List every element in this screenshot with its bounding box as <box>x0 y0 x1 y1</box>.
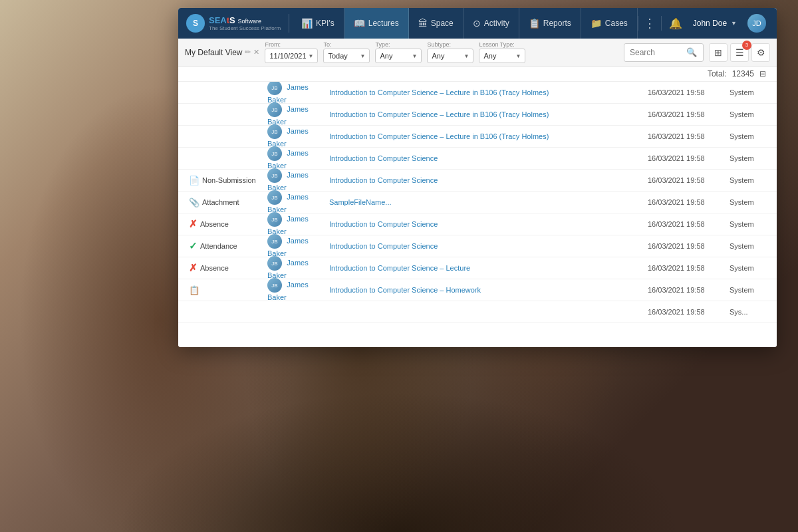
table-row[interactable]: 📋 JB James Baker Introduction to Compute… <box>178 279 777 301</box>
view-name-label: My Default View <box>185 48 242 57</box>
nav-item-activity[interactable]: ⊙ Activity <box>464 8 519 39</box>
view-edit-icon[interactable]: ✏ <box>245 48 251 57</box>
table-row[interactable]: 📎 Attachment JB James Baker SampleFileNa… <box>178 192 777 213</box>
nav-lectures-label: Lectures <box>368 19 399 28</box>
row-date: 16/03/2021 19:58 <box>648 198 724 206</box>
logo-text: SEAtS Software The Student Success Platf… <box>209 15 281 31</box>
row-student: JB James Baker <box>267 190 324 214</box>
table-row[interactable]: JB James Baker Introduction to Computer … <box>178 82 777 104</box>
absence-icon: ✗ <box>189 262 198 274</box>
table-row[interactable]: ✓ Attendance JB James Baker Introduction… <box>178 235 777 257</box>
row-description[interactable]: Introduction to Computer Science – Lectu… <box>329 264 642 272</box>
table-row[interactable]: JB James Baker Introduction to Computer … <box>178 126 777 148</box>
student-avatar: JB <box>267 168 282 183</box>
row-description[interactable]: Introduction to Computer Science <box>329 154 642 162</box>
filter-from-value: 11/10/2021 <box>269 52 306 60</box>
space-icon: 🏛 <box>418 18 428 29</box>
row-student: JB James Baker <box>267 212 324 236</box>
row-student: JB James Baker <box>267 146 324 170</box>
nav-item-cases[interactable]: 📁 Cases <box>581 8 638 39</box>
nav-item-reports[interactable]: 📋 Reports <box>519 8 581 39</box>
row-date: 16/03/2021 19:58 <box>648 176 724 184</box>
row-description[interactable]: Introduction to Computer Science <box>329 220 642 228</box>
student-avatar: JB <box>267 212 282 227</box>
row-date: 16/03/2021 19:58 <box>648 242 724 250</box>
table-row[interactable]: JB James Baker Introduction to Computer … <box>178 104 777 126</box>
row-type: 📎 Attachment <box>189 198 262 207</box>
filter-subtype-value: Any <box>432 52 444 60</box>
view-close-icon[interactable]: ✕ <box>253 48 259 57</box>
row-source: System <box>730 198 766 206</box>
row-type-label: Absence <box>200 220 229 228</box>
total-label: Total: <box>708 69 727 78</box>
table-area: JB James Baker Introduction to Computer … <box>178 82 777 347</box>
filter-from: From: 11/10/2021 ▼ <box>265 41 318 63</box>
table-row[interactable]: JB James Baker Introduction to Computer … <box>178 148 777 170</box>
row-date: 16/03/2021 19:58 <box>648 154 724 162</box>
logo-subtitle: The Student Success Platform <box>209 25 281 31</box>
row-type-label: Attendance <box>200 242 237 250</box>
filter-to-value: Today <box>328 52 347 60</box>
table-row[interactable]: ✗ Absence JB James Baker Introduction to… <box>178 257 777 279</box>
filter-to: To: Today ▼ <box>323 41 370 63</box>
settings-button[interactable]: ⚙ <box>751 43 770 62</box>
row-student: JB James Baker <box>267 82 324 104</box>
lectures-icon: 📖 <box>354 18 365 29</box>
filter-bar: My Default View ✏ ✕ From: 11/10/2021 ▼ T… <box>178 39 777 66</box>
total-bar: Total: 12345 ⊟ <box>178 66 777 82</box>
nav-item-space[interactable]: 🏛 Space <box>409 8 464 39</box>
row-date: 16/03/2021 19:58 <box>648 286 724 294</box>
table-row[interactable]: ✗ Absence JB James Baker Introduction to… <box>178 213 777 235</box>
row-student: JB James Baker <box>267 278 324 302</box>
nav-item-kpis[interactable]: 📊 KPI's <box>292 8 344 39</box>
filter-type-select[interactable]: Any ▼ <box>375 49 422 63</box>
row-description[interactable]: Introduction to Computer Science – Lectu… <box>329 110 642 118</box>
student-avatar: JB <box>267 190 282 205</box>
row-description[interactable]: Introduction to Computer Science – Lectu… <box>329 132 642 140</box>
filter-lesson-type-chevron: ▼ <box>516 53 521 59</box>
nav-more-button[interactable]: ⋮ <box>638 16 662 31</box>
logo-icon: S <box>186 14 205 33</box>
student-avatar: JB <box>267 82 282 95</box>
search-box[interactable]: 🔍 <box>624 43 704 62</box>
row-description[interactable]: Introduction to Computer Science <box>329 176 642 184</box>
row-type: 📄 Non-Submission <box>189 176 262 186</box>
row-source: System <box>730 110 766 118</box>
filter-subtype-label: Subtype: <box>427 41 473 48</box>
columns-icon[interactable]: ⊟ <box>759 69 766 78</box>
student-avatar: JB <box>267 278 282 293</box>
user-avatar[interactable]: JD <box>747 14 766 33</box>
row-description[interactable]: SampleFileName... <box>329 198 642 206</box>
list-icon: ☰ <box>735 47 744 58</box>
row-description[interactable]: Introduction to Computer Science – Homew… <box>329 286 642 294</box>
table-row[interactable]: 16/03/2021 19:58 Sys... <box>178 301 777 323</box>
row-source: System <box>730 176 766 184</box>
nav-space-label: Space <box>431 19 454 28</box>
row-description[interactable]: Introduction to Computer Science <box>329 242 642 250</box>
row-description[interactable]: Introduction to Computer Science – Lectu… <box>329 88 642 96</box>
grid-icon: ⊞ <box>714 47 722 58</box>
filter-lesson-type-select[interactable]: Any ▼ <box>479 49 525 63</box>
filter-from-select[interactable]: 11/10/2021 ▼ <box>265 49 318 63</box>
filter-to-label: To: <box>323 41 370 48</box>
filter-type-value: Any <box>380 52 392 60</box>
row-student: JB James Baker <box>267 234 324 258</box>
user-menu[interactable]: John Doe ▼ <box>688 16 742 31</box>
notifications-bell-icon[interactable]: 🔔 <box>669 17 682 30</box>
row-type: ✗ Absence <box>189 262 262 274</box>
nav-item-lectures[interactable]: 📖 Lectures <box>344 8 409 39</box>
filter-type-chevron: ▼ <box>412 53 418 59</box>
table-row[interactable]: 📄 Non-Submission JB James Baker Introduc… <box>178 170 777 192</box>
filter-to-select[interactable]: Today ▼ <box>323 49 370 63</box>
grid-view-button[interactable]: ⊞ <box>709 43 728 62</box>
list-view-button[interactable]: ☰ 3 <box>730 43 749 62</box>
row-source: System <box>730 88 766 96</box>
cases-icon: 📁 <box>591 18 602 29</box>
nav-kpis-label: KPI's <box>316 19 334 28</box>
filter-type-label: Type: <box>375 41 422 48</box>
filter-subtype-select[interactable]: Any ▼ <box>427 49 473 63</box>
total-count: 12345 <box>732 69 754 78</box>
logo-title: SEAtS Software <box>209 15 281 25</box>
content-area: Total: 12345 ⊟ JB James Baker Introducti… <box>178 66 777 347</box>
search-input[interactable] <box>630 48 683 57</box>
